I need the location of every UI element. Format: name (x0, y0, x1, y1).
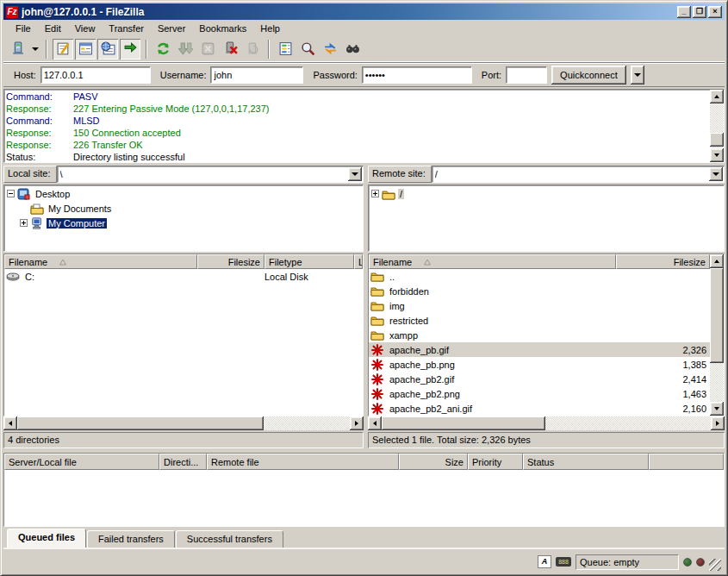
broken-image-icon (370, 387, 384, 400)
scroll-down-icon[interactable] (710, 148, 724, 162)
reconnect-icon[interactable] (242, 39, 263, 59)
directory-comparison-icon[interactable] (297, 39, 318, 59)
file-row-c-drive[interactable]: C: Local Disk (4, 269, 363, 284)
tab-strip (3, 548, 725, 549)
local-site-combo[interactable] (57, 166, 364, 183)
scroll-thumb[interactable] (710, 133, 724, 147)
file-row-selected[interactable]: apache_pb.gif 2,326 (369, 342, 710, 357)
scroll-thumb[interactable] (710, 268, 724, 363)
scroll-right-icon[interactable] (711, 416, 725, 430)
username-input[interactable] (210, 66, 303, 84)
menu-server[interactable]: Server (151, 22, 192, 35)
file-row[interactable]: .. (369, 269, 710, 284)
transfer-type-ascii-icon[interactable]: A (538, 555, 551, 568)
queue-size-indicator: Queue: empty (576, 554, 679, 570)
message-log-content[interactable]: Command:PASV Response:227 Entering Passi… (4, 90, 710, 162)
title-bar[interactable]: Fz john@127.0.0.1 - FileZilla _ ❐ × (3, 3, 725, 20)
process-queue-icon[interactable] (175, 39, 196, 59)
scroll-thumb[interactable] (17, 416, 264, 430)
local-horizontal-scrollbar[interactable] (3, 416, 364, 430)
scroll-up-icon[interactable] (710, 254, 724, 268)
remote-vertical-scrollbar[interactable] (710, 254, 724, 416)
cancel-operation-icon[interactable] (197, 39, 218, 59)
disconnect-icon[interactable] (220, 39, 240, 59)
tab-successful-transfers[interactable]: Successful transfers (176, 530, 283, 548)
local-site-dropdown-icon[interactable] (348, 167, 362, 181)
log-vertical-scrollbar[interactable] (710, 90, 724, 162)
file-row[interactable]: forbidden (369, 284, 710, 298)
quickconnect-dropdown-icon[interactable] (631, 66, 644, 85)
file-row[interactable]: xampp (369, 328, 710, 342)
queue-body[interactable] (4, 470, 724, 524)
speed-limits-icon[interactable]: 888 (556, 557, 571, 567)
column-size[interactable]: Size (399, 454, 468, 470)
column-priority[interactable]: Priority (468, 454, 523, 470)
column-filetype[interactable]: Filetype (264, 254, 354, 269)
tree-item-desktop[interactable]: Desktop (4, 186, 363, 201)
synchronized-browsing-icon[interactable] (320, 39, 340, 59)
menu-edit[interactable]: Edit (38, 22, 68, 35)
scroll-up-icon[interactable] (710, 90, 724, 103)
menu-transfer[interactable]: Transfer (102, 22, 151, 35)
scroll-left-icon[interactable] (3, 416, 17, 430)
remote-site-combo[interactable] (432, 166, 725, 183)
menu-help[interactable]: Help (253, 22, 287, 35)
menu-bookmarks[interactable]: Bookmarks (192, 22, 253, 35)
tab-queued-files[interactable]: Queued files (7, 529, 86, 548)
folder-icon (370, 329, 384, 341)
remote-tree[interactable]: / (368, 185, 725, 252)
file-row[interactable]: restricted (369, 313, 710, 328)
column-filesize[interactable]: Filesize (616, 254, 710, 269)
local-tree[interactable]: Desktop My Documents My Computer (3, 185, 364, 252)
toggle-local-tree-icon[interactable] (75, 39, 96, 59)
refresh-icon[interactable] (152, 39, 173, 59)
file-row[interactable]: apache_pb2.gif 2,414 (369, 372, 710, 386)
quickconnect-button[interactable]: Quickconnect (551, 66, 626, 85)
expand-icon[interactable] (20, 219, 28, 227)
local-list-body[interactable]: C: Local Disk (4, 269, 363, 416)
local-status-text: 4 directories (3, 432, 364, 448)
toggle-remote-tree-icon[interactable] (97, 39, 118, 59)
port-input[interactable] (506, 66, 547, 84)
tree-item-root[interactable]: / (369, 186, 724, 201)
expand-icon[interactable] (371, 190, 379, 197)
column-filesize[interactable]: Filesize (197, 254, 264, 269)
find-files-icon[interactable] (342, 39, 363, 59)
site-manager-icon[interactable] (7, 39, 28, 59)
file-row[interactable]: apache_pb2_ani.gif 2,160 (369, 401, 710, 416)
file-row[interactable]: apache_pb2.png 1,463 (369, 386, 710, 401)
remote-horizontal-scrollbar[interactable] (368, 416, 725, 430)
scroll-right-icon[interactable] (350, 416, 364, 430)
column-direction[interactable]: Directi... (159, 454, 207, 470)
scroll-left-icon[interactable] (368, 416, 382, 430)
broken-image-icon (370, 343, 384, 356)
column-server-local-file[interactable]: Server/Local file (4, 454, 159, 470)
toggle-message-log-icon[interactable] (53, 39, 73, 59)
password-input[interactable] (362, 66, 472, 84)
close-button[interactable]: × (708, 6, 722, 18)
column-remote-file[interactable]: Remote file (207, 454, 399, 470)
maximize-button[interactable]: ❐ (693, 6, 706, 18)
menu-view[interactable]: View (68, 22, 103, 35)
column-status[interactable]: Status (523, 454, 649, 470)
directory-listing-filters-icon[interactable] (275, 39, 296, 59)
toggle-transfer-queue-icon[interactable] (120, 39, 140, 59)
collapse-icon[interactable] (7, 190, 15, 197)
site-manager-dropdown-icon[interactable] (29, 39, 40, 59)
menu-file[interactable]: File (9, 22, 38, 35)
scroll-down-icon[interactable] (710, 402, 724, 416)
file-row[interactable]: apache_pb.png 1,385 (369, 357, 710, 372)
resize-grip[interactable] (709, 559, 721, 571)
tree-item-my-computer[interactable]: My Computer (4, 216, 363, 230)
remote-list-body[interactable]: .. forbidden img res (369, 269, 710, 416)
host-input[interactable] (40, 66, 151, 84)
column-filename[interactable]: Filename (369, 254, 616, 269)
minimize-button[interactable]: _ (677, 6, 691, 18)
remote-site-dropdown-icon[interactable] (709, 167, 723, 181)
tree-item-my-documents[interactable]: My Documents (4, 201, 363, 216)
tab-failed-transfers[interactable]: Failed transfers (87, 530, 175, 548)
column-last-modified[interactable]: L (354, 254, 363, 269)
column-filename[interactable]: Filename (4, 254, 197, 269)
file-row[interactable]: img (369, 298, 710, 313)
scroll-thumb[interactable] (382, 416, 545, 430)
